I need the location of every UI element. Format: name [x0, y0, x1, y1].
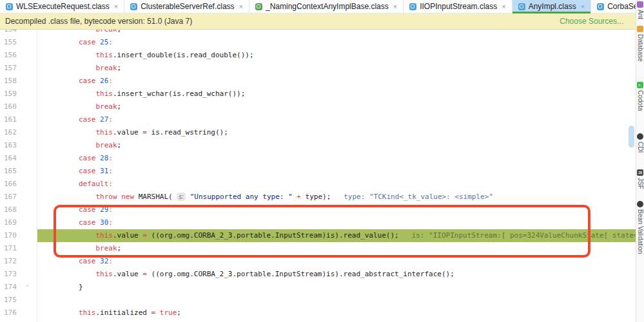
tab-clusterableserverref-class[interactable]: ClusterableServerRef.class× — [124, 0, 249, 13]
tool-window-button-cdi[interactable]: CDI — [636, 133, 644, 153]
cdi-icon — [637, 133, 643, 140]
code-text: break; — [37, 30, 636, 36]
code-line[interactable]: 166 default: — [0, 178, 636, 191]
code-line[interactable]: 169 case 30: — [0, 216, 636, 229]
code-line[interactable]: 160 break; — [0, 100, 636, 113]
code-text: case 30: — [37, 216, 636, 229]
line-number: 170 — [0, 229, 37, 242]
code-text: break; — [37, 139, 636, 152]
tool-window-label: CDI — [637, 142, 644, 153]
code-text: this.value = is.read_wstring(); — [37, 126, 636, 139]
code-line[interactable]: 163 break; — [0, 139, 636, 152]
close-tab-icon[interactable]: × — [502, 3, 505, 10]
execution-line[interactable]: 170 this.value = ((org.omg.CORBA_2_3.por… — [0, 229, 636, 242]
code-line[interactable]: 174⌃ } — [0, 281, 636, 294]
tool-window-label: Bean Validation — [637, 209, 644, 254]
code-line[interactable]: 164 case 28: — [0, 152, 636, 165]
code-line[interactable]: 168 case 29: — [0, 204, 636, 216]
line-number: 158 — [0, 75, 37, 88]
decompiler-banner: Decompiled .class file, bytecode version… — [0, 13, 636, 30]
code-text: break; — [37, 62, 636, 75]
line-number: 168 — [0, 204, 37, 216]
code-text: case 27: — [37, 113, 636, 126]
line-number: 166 — [0, 178, 37, 191]
class-file-icon — [518, 3, 525, 10]
code-line[interactable]: 158 case 26: — [0, 75, 636, 88]
code-editor[interactable]: 154 break;155 case 25:156 this.insert_do… — [0, 30, 636, 322]
tool-window-label: Database — [637, 34, 644, 62]
tab-anyimpl-class[interactable]: AnyImpl.class× — [512, 0, 591, 13]
line-number: 160 — [0, 100, 37, 113]
close-tab-icon[interactable]: × — [393, 3, 397, 10]
line-number: 157 — [0, 62, 37, 75]
code-line[interactable]: 154 break; — [0, 30, 636, 36]
choose-sources-link[interactable]: Choose Sources... — [560, 17, 623, 26]
tab-iiopinputstream-class[interactable]: IIOPInputStream.class× — [404, 0, 512, 13]
code-text: case 29: — [37, 204, 636, 216]
code-text: break; — [37, 100, 636, 113]
close-tab-icon[interactable]: × — [239, 3, 243, 10]
tool-window-button-jsf[interactable]: JSJSF — [636, 169, 644, 189]
code-line[interactable]: 156 this.insert_double(is.read_double())… — [0, 49, 636, 62]
code-line[interactable]: 173 this.value = ((org.omg.CORBA_2_3.por… — [0, 268, 636, 281]
line-number: 163 — [0, 139, 37, 152]
debugger-inline-value: is: "IIOPInputStream:[ pos=324ValueChunk… — [399, 231, 636, 240]
fold-marker-icon[interactable]: ⌃ — [26, 281, 29, 294]
class-file-icon — [409, 3, 416, 10]
tool-window-label: Ant — [637, 10, 644, 19]
line-number: 164 — [0, 152, 37, 165]
code-line[interactable]: 177⌃ } — [0, 319, 636, 322]
code-line[interactable]: 159 this.insert_wchar(is.read_wchar()); — [0, 88, 636, 100]
class-file-icon — [255, 3, 262, 10]
line-number: 156 — [0, 49, 37, 62]
code-line[interactable]: 162 this.value = is.read_wstring(); — [0, 126, 636, 139]
tab-label: IIOPInputStream.class — [420, 2, 497, 11]
ant-icon — [637, 1, 643, 8]
tab-wlsexecuterequest-class[interactable]: WLSExecuteRequest.class× — [0, 0, 124, 13]
bean-validation-icon — [637, 201, 643, 207]
tab--namingcontextanyimplbase-class[interactable]: _NamingContextAnyImplBase.class× — [249, 0, 404, 13]
code-text: break; — [37, 242, 636, 255]
decompiler-banner-message: Decompiled .class file, bytecode version… — [5, 17, 192, 26]
code-line[interactable]: 176 this.initialized = true; — [0, 307, 636, 319]
line-number: 177⌃ — [0, 319, 37, 322]
tool-window-label: JSF — [637, 178, 644, 189]
line-number: 169 — [0, 216, 37, 229]
code-text: this.insert_double(is.read_double()); — [37, 49, 636, 62]
close-tab-icon[interactable]: × — [114, 3, 118, 10]
code-text: case 28: — [37, 152, 636, 165]
editor-tab-bar: WLSExecuteRequest.class×ClusterableServe… — [0, 0, 644, 14]
code-text: case 26: — [37, 75, 636, 88]
code-line[interactable]: 175 — [0, 294, 636, 307]
tool-window-button-ant[interactable]: Ant — [636, 1, 644, 19]
close-tab-icon[interactable]: × — [581, 3, 585, 10]
code-text: this.initialized = true; — [37, 307, 636, 319]
code-line[interactable]: 155 case 25: — [0, 36, 636, 49]
line-number: 175 — [0, 294, 37, 307]
code-line[interactable]: 172 case 32: — [0, 255, 636, 268]
code-lines: 154 break;155 case 25:156 this.insert_do… — [0, 30, 636, 322]
jsf-icon: JS — [637, 169, 643, 176]
code-line[interactable]: 161 case 27: — [0, 113, 636, 126]
code-line[interactable]: 167 throw new MARSHAL( s: "Unsupported a… — [0, 191, 636, 204]
right-tool-window-stripe: AntDatabase>_CodotaCDIJSJSFBean Validati… — [636, 0, 644, 322]
line-number: 165 — [0, 165, 37, 178]
tool-window-button-bean-validation[interactable]: Bean Validation — [636, 201, 644, 254]
tool-window-button-database[interactable]: Database — [636, 26, 644, 62]
fold-marker-icon[interactable]: ⌃ — [26, 319, 29, 322]
code-line[interactable]: 171 break; — [0, 242, 636, 255]
code-text: this.insert_wchar(is.read_wchar()); — [37, 88, 636, 100]
class-file-icon — [130, 3, 137, 10]
code-line[interactable]: 157 break; — [0, 62, 636, 75]
parameter-hint: s: — [177, 193, 186, 201]
editor-scrollbar-thumb[interactable] — [629, 126, 634, 147]
codota-icon: >_ — [637, 82, 643, 88]
line-number: 162 — [0, 126, 37, 139]
code-line[interactable]: 165 case 31: — [0, 165, 636, 178]
code-text: } — [37, 319, 636, 322]
code-text: case 25: — [37, 36, 636, 49]
debugger-inline-value: type: "TCKind<_tk_value>: <simple>" — [331, 193, 493, 201]
code-text: } — [37, 281, 636, 294]
tool-window-button-codota[interactable]: >_Codota — [636, 82, 644, 111]
line-number: 173 — [0, 268, 37, 281]
